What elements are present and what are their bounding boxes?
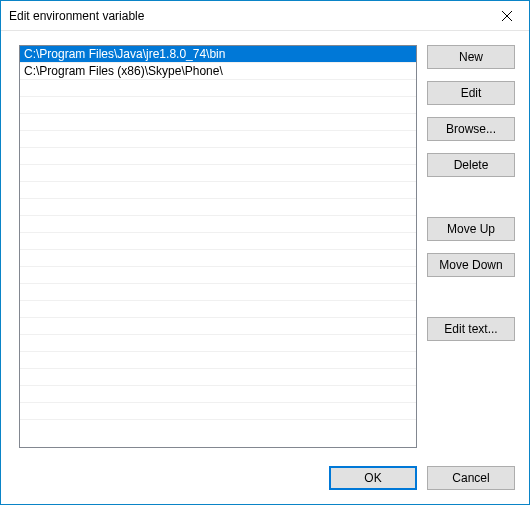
window-title: Edit environment variable: [9, 9, 144, 23]
list-item: [20, 148, 416, 165]
path-listbox[interactable]: C:\Program Files\Java\jre1.8.0_74\binC:\…: [19, 45, 417, 448]
list-item: [20, 199, 416, 216]
cancel-button[interactable]: Cancel: [427, 466, 515, 490]
move-up-button[interactable]: Move Up: [427, 217, 515, 241]
new-button[interactable]: New: [427, 45, 515, 69]
list-item: [20, 233, 416, 250]
list-item: [20, 335, 416, 352]
list-item: [20, 267, 416, 284]
list-item: [20, 216, 416, 233]
list-item: [20, 80, 416, 97]
list-item: [20, 284, 416, 301]
footer: OK Cancel: [19, 466, 515, 490]
spacer: [427, 189, 515, 217]
list-item: [20, 301, 416, 318]
titlebar: Edit environment variable: [1, 1, 529, 31]
close-button[interactable]: [484, 1, 529, 30]
list-item: [20, 318, 416, 335]
list-item: [20, 369, 416, 386]
list-item[interactable]: C:\Program Files (x86)\Skype\Phone\: [20, 63, 416, 80]
browse-button[interactable]: Browse...: [427, 117, 515, 141]
list-item: [20, 97, 416, 114]
edit-button[interactable]: Edit: [427, 81, 515, 105]
client-area: C:\Program Files\Java\jre1.8.0_74\binC:\…: [1, 31, 529, 504]
list-item: [20, 386, 416, 403]
ok-button[interactable]: OK: [329, 466, 417, 490]
list-item: [20, 182, 416, 199]
side-buttons: New Edit Browse... Delete Move Up Move D…: [427, 45, 515, 448]
list-item: [20, 114, 416, 131]
list-item: [20, 131, 416, 148]
move-down-button[interactable]: Move Down: [427, 253, 515, 277]
list-item: [20, 352, 416, 369]
edit-text-button[interactable]: Edit text...: [427, 317, 515, 341]
list-item: [20, 403, 416, 420]
list-item: [20, 250, 416, 267]
list-item: [20, 165, 416, 182]
main-row: C:\Program Files\Java\jre1.8.0_74\binC:\…: [19, 45, 515, 448]
delete-button[interactable]: Delete: [427, 153, 515, 177]
list-item[interactable]: C:\Program Files\Java\jre1.8.0_74\bin: [20, 46, 416, 63]
close-icon: [502, 11, 512, 21]
spacer: [427, 289, 515, 317]
dialog-window: Edit environment variable C:\Program Fil…: [0, 0, 530, 505]
